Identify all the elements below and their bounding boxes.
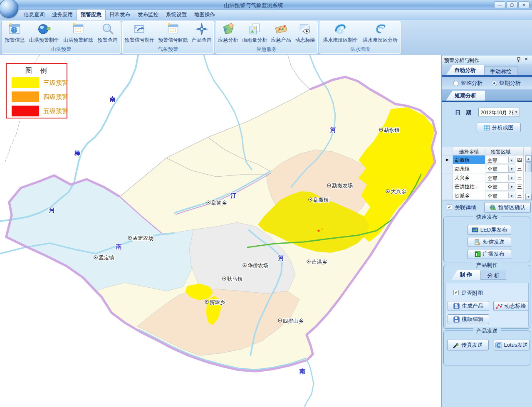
- product-query-button[interactable]: 产品查询: [191, 22, 213, 44]
- led-screen-icon: [472, 227, 478, 233]
- radio-short-imminent[interactable]: [453, 81, 459, 86]
- scrollbar-thumb[interactable]: [525, 162, 532, 172]
- dropdown-arrow-icon[interactable]: ▼: [508, 183, 515, 189]
- tab-manual-plot[interactable]: 手动标绘: [484, 66, 517, 75]
- town-label: 华侨农场: [247, 263, 268, 269]
- menu-tab-system-settings[interactable]: 系统设置: [162, 10, 191, 20]
- close-button[interactable]: ✕: [518, 1, 530, 8]
- town-label: 四排山乡: [283, 318, 304, 324]
- river-label: 棒: [74, 150, 81, 156]
- led-publish-button[interactable]: LED屏发布: [468, 225, 511, 235]
- flood-warning-create-button[interactable]: 山洪预警制作: [28, 22, 60, 44]
- table-row[interactable]: 贺派乡 全部▼ 三: [442, 191, 532, 200]
- pin-icon[interactable]: [516, 57, 522, 63]
- region-dropdown[interactable]: 全部▼: [486, 192, 515, 199]
- date-dropdown[interactable]: 2012年10月 2日 ▼: [478, 108, 520, 116]
- group-title: 气象预警: [122, 46, 214, 53]
- inundation-area-analysis-button[interactable]: 洪水淹没区分析: [361, 22, 399, 44]
- areal-rainfall-analysis-button[interactable]: 面雨量分析: [241, 22, 268, 44]
- town-label: 勐简乡: [211, 200, 227, 206]
- attach-map-checkbox[interactable]: ✔: [453, 290, 459, 295]
- signal-create-button[interactable]: 预警信号制作: [124, 22, 156, 44]
- legend-swatch-level3: [12, 77, 39, 88]
- town-label: 孟定农场: [133, 235, 153, 241]
- broadcast-publish-button[interactable]: 广播发布: [468, 249, 511, 259]
- floppy-save-icon: [453, 316, 460, 323]
- dropdown-arrow-icon[interactable]: ▼: [513, 109, 519, 116]
- town-label: 耿马镇: [227, 276, 243, 282]
- region-dropdown[interactable]: 全部▼: [486, 174, 515, 181]
- column-header-region: 预警区域: [485, 147, 516, 155]
- warning-dot-orange: [321, 228, 323, 230]
- date-label: 日 期: [455, 109, 471, 116]
- town-label: 贺派乡: [210, 299, 225, 305]
- menu-tab-info-query[interactable]: 信息查询: [20, 10, 48, 20]
- lotus-send-button[interactable]: Lotus发送: [494, 340, 530, 350]
- lotus-c-icon: [495, 342, 502, 348]
- emergency-product-button[interactable]: 应急产品: [270, 22, 292, 44]
- alarm-info-button[interactable]: 报警信息: [3, 22, 26, 44]
- region-dropdown[interactable]: 全部▼: [486, 165, 515, 172]
- scroll-up-icon[interactable]: ▲: [525, 155, 532, 162]
- region-dropdown[interactable]: 全部▼: [486, 156, 515, 163]
- sms-send-button[interactable]: 短信发送: [468, 237, 511, 247]
- subtab-short-term[interactable]: 短期分析: [446, 91, 485, 101]
- menu-tab-map-operations[interactable]: 地图操作: [191, 10, 219, 20]
- tab-make[interactable]: 制 作: [451, 270, 480, 280]
- tab-analyze[interactable]: 分 析: [480, 271, 506, 280]
- map-area: 勐永镇 大兴乡 勐撒农场 勐撒镇 勐简乡 孟定农场 孟定镇 华侨农场 耿马镇 芒…: [0, 55, 441, 407]
- fax-send-button[interactable]: 传真发送: [447, 340, 489, 350]
- table-scrollbar[interactable]: ▲ ▼: [525, 155, 532, 200]
- template-edit-button[interactable]: 模版编辑: [448, 314, 489, 324]
- warning-query-button[interactable]: 预警查询: [97, 22, 119, 44]
- river-label: 河: [49, 207, 55, 213]
- menu-tab-business[interactable]: 业务应用: [48, 10, 77, 20]
- menu-tab-daily-publish[interactable]: 日常发布: [106, 10, 134, 20]
- dropdown-arrow-icon[interactable]: ▼: [508, 165, 515, 171]
- dropdown-arrow-icon[interactable]: ▼: [508, 192, 515, 198]
- minimize-button[interactable]: —: [494, 1, 505, 8]
- link-detail-label: 关联详情: [455, 204, 476, 212]
- table-header-row: 选择乡镇 预警区域: [442, 147, 532, 155]
- map-arrows-icon: [133, 22, 146, 36]
- town-label: 大兴乡: [391, 189, 406, 195]
- table-row[interactable]: 大兴乡 全部▼ 三: [442, 173, 532, 182]
- dynamic-plot-button[interactable]: 动态标绘: [294, 22, 316, 44]
- subtab-divider: [442, 101, 532, 102]
- application-window: 山洪预警与气象监测系统 — ▢ ✕ 信息查询 业务应用 预警应急 日常发布 发布…: [0, 0, 532, 407]
- table-row[interactable]: 勐永镇 全部▼ 三: [442, 164, 532, 173]
- confirm-warning-area-button[interactable]: 预警区确认: [484, 202, 531, 213]
- generate-product-button[interactable]: 生成产品: [448, 301, 489, 311]
- menu-bar: 信息查询 业务应用 预警应急 日常发布 发布监控 系统设置 地图操作: [0, 10, 532, 20]
- table-row[interactable]: ▶ 勐撒镇 全部▼ 四: [442, 155, 532, 164]
- flood-warning-cancel-button[interactable]: 山洪预警解除: [62, 22, 94, 44]
- radio-short-term[interactable]: [492, 81, 497, 86]
- dropdown-arrow-icon[interactable]: ▼: [508, 157, 515, 163]
- maximize-button[interactable]: ▢: [506, 1, 517, 8]
- table-row[interactable]: 芒洪拉祜... 全部▼ 三: [442, 182, 532, 191]
- panel-caption: 预警分析与制作 ✕: [442, 56, 532, 64]
- river-label: 南: [109, 96, 116, 102]
- emergency-analysis-button[interactable]: 应急分析: [217, 22, 240, 44]
- analyze-map-button[interactable]: 分析成图: [477, 123, 521, 132]
- analysis-mode-radios: 短临分析 短期分析: [442, 77, 532, 89]
- link-detail-checkbox[interactable]: ✔: [447, 205, 452, 210]
- town-label: 勐撒镇: [313, 197, 329, 203]
- blue-sphere-icon: [37, 22, 51, 36]
- sms-phone-icon: [474, 239, 481, 245]
- dropdown-arrow-icon[interactable]: ▼: [508, 175, 515, 180]
- tab-auto-analysis[interactable]: 自动分析: [446, 65, 484, 75]
- panel-close-icon[interactable]: ✕: [523, 57, 529, 62]
- scroll-down-icon[interactable]: ▼: [525, 194, 532, 200]
- scatter-plot-icon: [496, 303, 502, 309]
- inundation-area-create-button[interactable]: 洪水淹没区制作: [322, 22, 359, 44]
- menu-tab-warning-emergency[interactable]: 预警应急: [77, 9, 106, 20]
- group-title: 洪水淹没: [319, 46, 401, 53]
- dynamic-plot-button-panel[interactable]: 动态标绘: [493, 301, 528, 311]
- signal-cancel-button[interactable]: 预警信号解除: [157, 22, 189, 44]
- warning-dot-red: [318, 230, 320, 232]
- region-dropdown[interactable]: 全部▼: [486, 183, 515, 190]
- menu-tab-publish-monitor[interactable]: 发布监控: [134, 10, 162, 20]
- hand-map-icon: [222, 22, 235, 36]
- floppy-save-icon: [453, 303, 460, 309]
